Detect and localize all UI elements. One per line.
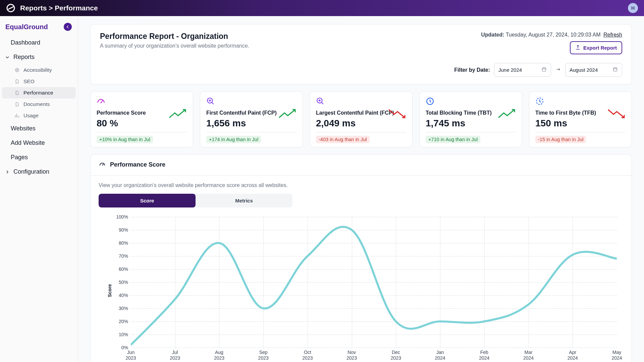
svg-point-2 — [16, 69, 18, 71]
metric-change: +10% in Aug than in Jul — [97, 136, 153, 143]
chart-ytick: 90% — [119, 227, 128, 233]
chart-ytick: 10% — [119, 332, 128, 337]
chart-ytick: 40% — [119, 293, 128, 298]
org-selector[interactable]: EqualGround — [0, 19, 78, 36]
page-subtitle: A summary of your organization's overall… — [100, 43, 249, 49]
sidebar-item-label: Pages — [11, 154, 28, 161]
sidebar-item-label: Websites — [11, 125, 36, 132]
chart-xtick: Jul2023 — [170, 350, 180, 361]
sidebar-item-usage[interactable]: Usage — [0, 110, 78, 121]
arrow-right-icon — [555, 67, 561, 73]
chart-ytick: 30% — [119, 306, 128, 311]
chart-xtick: Apr2024 — [568, 350, 578, 361]
trend-up-icon — [278, 108, 297, 120]
chart-segmented-control: Score Metrics — [99, 194, 292, 207]
breadcrumb-parent[interactable]: Reports — [20, 4, 47, 12]
target-icon — [14, 67, 20, 73]
svg-point-1 — [15, 68, 19, 72]
sidebar-item-label: Reports — [13, 54, 35, 61]
chart-xtick: Oct2023 — [302, 350, 313, 361]
sidebar-item-seo[interactable]: SEO — [0, 76, 78, 87]
metric-card[interactable]: First Contentful Paint (FCP) 1,656 ms +1… — [200, 91, 303, 147]
zoom-icon — [316, 97, 406, 106]
sidebar-item-dashboard[interactable]: Dashboard — [0, 36, 78, 50]
sidebar-item-configuration[interactable]: Configuration — [0, 165, 78, 179]
sidebar-item-label: Configuration — [13, 168, 49, 175]
metrics-row: Performance Score 80 % +10% in Aug than … — [90, 91, 632, 147]
page-title: Performance Report - Organization — [100, 32, 249, 41]
chart-ytick: 80% — [119, 240, 128, 246]
chart-xtick: Jun2023 — [125, 350, 136, 361]
sidebar-item-documents[interactable]: Documents — [0, 99, 78, 110]
sidebar-item-label: Performance — [23, 90, 53, 96]
chart-subtitle: View your organization's overall website… — [99, 182, 624, 188]
metric-card[interactable]: Total Blocking Time (TBT) 1,745 ms +710 … — [419, 91, 522, 147]
trend-up-icon — [498, 108, 517, 120]
calendar-icon — [541, 67, 547, 73]
chart-xtick: Aug2023 — [214, 350, 224, 361]
gauge-icon — [99, 161, 106, 169]
doc-icon — [14, 101, 20, 107]
tab-score[interactable]: Score — [99, 194, 196, 207]
sidebar-item-label: SEO — [23, 78, 35, 84]
chart-xtick: Mar2024 — [523, 350, 534, 361]
refresh-link[interactable]: Refresh — [603, 32, 622, 38]
trend-up-icon — [169, 108, 187, 120]
sidebar-item-performance[interactable]: Performance — [2, 87, 76, 99]
chart-ylabel: Score — [107, 284, 112, 297]
chart-title: Performance Score — [110, 161, 165, 168]
sidebar-item-add-website[interactable]: Add Website — [0, 136, 78, 150]
metric-card[interactable]: Largest Contentful Paint (FCP) 2,049 ms … — [310, 91, 413, 147]
metric-card[interactable]: Performance Score 80 % +10% in Aug than … — [90, 91, 193, 147]
app-logo-icon — [6, 3, 15, 13]
sidebar-item-reports[interactable]: Reports — [0, 50, 78, 64]
breadcrumb-current: Performance — [55, 4, 98, 12]
trend-down-icon — [607, 108, 626, 120]
chart-ytick: 60% — [119, 266, 128, 272]
metric-change: +710 in Aug than in Jul — [426, 136, 480, 143]
date-to-input[interactable]: August 2024 — [565, 63, 622, 77]
breadcrumb-sep: > — [49, 4, 53, 12]
metric-change: +174 in Aug than in Jul — [206, 136, 261, 143]
svg-rect-3 — [542, 68, 546, 71]
date-from-input[interactable]: June 2024 — [494, 63, 551, 77]
sidebar-item-label: Accessibility — [23, 67, 52, 73]
chart-xtick: Jan2024 — [435, 350, 445, 361]
org-name: EqualGround — [5, 23, 48, 31]
sidebar-item-label: Documents — [23, 101, 50, 107]
chart-ytick: 70% — [119, 253, 128, 259]
sidebar-item-pages[interactable]: Pages — [0, 150, 78, 165]
topbar: Reports > Performance H — [0, 0, 644, 16]
trend-down-icon — [388, 108, 407, 120]
clock-dash-icon — [535, 97, 626, 106]
doc-icon — [14, 90, 20, 96]
chart-xtick: Dec2023 — [391, 350, 401, 361]
chart-ytick: 100% — [116, 214, 128, 220]
clock-icon — [426, 97, 516, 106]
chart-line — [131, 217, 617, 348]
chart-xtick: Nov2023 — [346, 350, 357, 361]
sidebar-item-accessibility[interactable]: Accessibility — [0, 64, 78, 76]
chart-ytick: 50% — [119, 280, 128, 285]
sidebar-item-label: Usage — [23, 113, 39, 119]
export-report-button[interactable]: Export Report — [570, 41, 622, 54]
chart-xtick: Sep2023 — [258, 350, 269, 361]
svg-rect-4 — [613, 68, 617, 71]
sidebar: EqualGround Dashboard Reports Accessibil… — [0, 16, 78, 362]
chart-icon — [14, 113, 20, 119]
updated-text: Updated: Tuesday, August 27, 2024, 10:29… — [481, 32, 622, 38]
chart-xtick: May2024 — [611, 350, 622, 361]
tab-metrics[interactable]: Metrics — [196, 194, 292, 207]
main-content: Performance Report - Organization A summ… — [78, 16, 644, 362]
metric-change: -403 in Aug than in Jul — [316, 136, 370, 143]
sidebar-item-websites[interactable]: Websites — [0, 121, 78, 136]
chevron-down-icon — [5, 55, 10, 60]
svg-point-5 — [100, 102, 101, 103]
sidebar-item-label: Add Website — [11, 139, 45, 146]
filter-label: Filter by Date: — [454, 67, 490, 73]
performance-score-chart-card: Performance Score View your organization… — [90, 154, 632, 362]
chevron-right-icon — [5, 169, 10, 175]
doc-icon — [14, 78, 20, 84]
metric-card[interactable]: Time to First Byte (TFB) 150 ms -15 in A… — [529, 91, 632, 147]
avatar[interactable]: H — [628, 3, 638, 13]
